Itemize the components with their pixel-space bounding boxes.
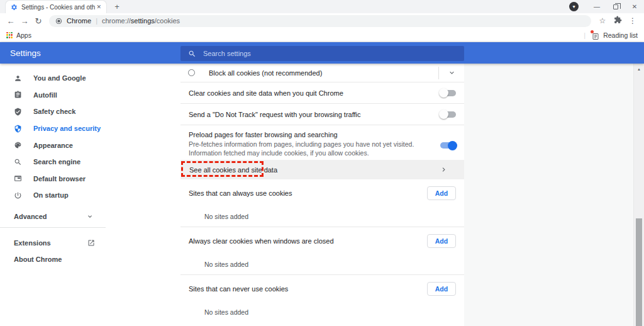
- back-icon[interactable]: ←: [4, 16, 18, 26]
- do-not-track-label: Send a "Do Not Track" request with your …: [189, 111, 440, 118]
- extensions-puzzle-icon[interactable]: [610, 16, 625, 26]
- window-controls: ♥ — ✕: [569, 0, 644, 13]
- site-settings-icon: [55, 18, 62, 25]
- profile-avatar[interactable]: ♥: [569, 2, 579, 11]
- sidebar-item-on-startup[interactable]: On startup: [0, 187, 164, 204]
- block-cookies-sites-label: Sites that can never use cookies: [189, 285, 427, 293]
- tab-close-icon[interactable]: ✕: [95, 4, 103, 10]
- clear-on-close-add-button[interactable]: Add: [427, 234, 456, 248]
- clear-cookies-on-quit-label: Clear cookies and site data when you qui…: [189, 89, 440, 97]
- toggle-knob: [439, 110, 448, 119]
- preload-pages-toggle[interactable]: [440, 142, 456, 149]
- reading-list-button[interactable]: Reading list: [603, 31, 638, 39]
- see-all-cookies-row[interactable]: See all cookies and site data: [180, 160, 464, 179]
- settings-body: You and Google Autofill Safety check Pri…: [0, 64, 644, 326]
- allow-cookies-empty-state: No sites added: [189, 207, 456, 220]
- open-in-new-icon: [87, 239, 95, 247]
- new-tab-button[interactable]: +: [112, 2, 122, 12]
- person-icon: [14, 74, 22, 82]
- sidebar-item-label: On startup: [33, 191, 69, 199]
- forward-icon[interactable]: →: [18, 16, 31, 26]
- bookmark-star-icon[interactable]: ☆: [595, 16, 610, 25]
- allow-cookies-label: Sites that can always use cookies: [189, 189, 427, 197]
- browser-window: Settings - Cookies and other site ✕ + ♥ …: [0, 0, 644, 326]
- sidebar-item-appearance[interactable]: Appearance: [0, 137, 164, 154]
- reload-icon[interactable]: ↻: [31, 16, 45, 26]
- bookmarks-bar-right: | Reading list: [584, 31, 638, 39]
- sidebar-divider: [0, 227, 106, 228]
- sidebar-item-label: You and Google: [33, 74, 86, 82]
- preload-pages-description: Pre-fetches information from pages, incl…: [189, 140, 431, 157]
- bookmarks-separator: |: [584, 31, 586, 39]
- scroll-up-icon[interactable]: ▲: [634, 64, 644, 71]
- about-label: About Chrome: [14, 256, 62, 263]
- block-cookies-add-button[interactable]: Add: [427, 282, 456, 296]
- allow-cookies-section: Sites that can always use cookies Add No…: [180, 179, 464, 227]
- url-separator: |: [96, 17, 97, 25]
- background-pane: [464, 64, 633, 326]
- url-path: /cookies: [155, 17, 180, 25]
- sidebar-item-label: Privacy and security: [33, 125, 101, 132]
- preload-pages-label: Preload pages for faster browsing and se…: [189, 131, 431, 138]
- url-host: settings: [131, 17, 155, 25]
- clipboard-icon: [14, 91, 22, 99]
- sidebar-item-label: Default browser: [33, 175, 86, 183]
- minimize-button[interactable]: —: [587, 0, 606, 13]
- toggle-knob: [448, 141, 457, 150]
- apps-grid-icon: [6, 32, 13, 38]
- search-icon: [14, 158, 22, 166]
- search-settings-input[interactable]: Search settings: [180, 46, 464, 61]
- tab-strip: Settings - Cookies and other site ✕ + ♥ …: [0, 0, 644, 13]
- sidebar-item-about-chrome[interactable]: About Chrome: [0, 251, 164, 267]
- sidebar-item-autofill[interactable]: Autofill: [0, 87, 164, 104]
- advanced-label: Advanced: [14, 213, 47, 220]
- sidebar-item-label: Autofill: [33, 91, 57, 99]
- clear-on-close-empty-state: No sites added: [189, 255, 456, 268]
- apps-shortcut[interactable]: Apps: [16, 31, 31, 39]
- reading-list-badge: [591, 30, 594, 33]
- maximize-button[interactable]: [606, 0, 625, 13]
- sidebar-item-default-browser[interactable]: Default browser: [0, 171, 164, 188]
- sidebar-item-privacy-and-security[interactable]: Privacy and security: [0, 120, 164, 137]
- chevron-down-icon: [86, 213, 94, 220]
- do-not-track-row: Send a "Do Not Track" request with your …: [180, 104, 464, 125]
- preload-pages-row: Preload pages for faster browsing and se…: [180, 125, 464, 160]
- browser-window-icon: [14, 174, 22, 183]
- toolbar-right: ☆ ⋮: [595, 16, 640, 26]
- sidebar-item-label: Appearance: [33, 142, 73, 149]
- chevron-down-icon: [448, 69, 456, 77]
- cookies-settings-card: Block all cookies (not recommended) Clea…: [180, 64, 464, 326]
- search-placeholder: Search settings: [203, 50, 251, 57]
- clear-on-close-section: Always clear cookies when windows are cl…: [180, 227, 464, 275]
- url-scheme: chrome://: [102, 17, 131, 25]
- block-all-cookies-row[interactable]: Block all cookies (not recommended): [180, 64, 464, 82]
- tab-title: Settings - Cookies and other site: [21, 4, 95, 11]
- scrollbar-thumb[interactable]: [636, 218, 642, 326]
- close-button[interactable]: ✕: [625, 0, 644, 13]
- clear-cookies-on-quit-row: Clear cookies and site data when you qui…: [180, 82, 464, 104]
- sidebar-item-search-engine[interactable]: Search engine: [0, 154, 164, 171]
- extensions-label: Extensions: [14, 239, 51, 247]
- sidebar-item-safety-check[interactable]: Safety check: [0, 103, 164, 120]
- open-subpage-button[interactable]: [431, 166, 456, 174]
- sidebar-item-you-and-google[interactable]: You and Google: [0, 70, 164, 87]
- clear-cookies-toggle[interactable]: [440, 90, 456, 96]
- vertical-scrollbar[interactable]: ▲: [633, 64, 644, 326]
- menu-dots-icon[interactable]: ⋮: [625, 16, 640, 25]
- sidebar-advanced-toggle[interactable]: Advanced: [0, 208, 164, 225]
- do-not-track-toggle[interactable]: [440, 111, 456, 118]
- toggle-knob: [439, 88, 448, 98]
- highlight-annotation: [181, 161, 264, 177]
- allow-cookies-add-button[interactable]: Add: [427, 186, 456, 200]
- block-cookies-section: Sites that can never use cookies Add No …: [180, 275, 464, 326]
- expand-row-button[interactable]: [439, 69, 464, 77]
- url-site-name: Chrome: [67, 17, 91, 25]
- settings-header: Settings Search settings: [0, 42, 644, 64]
- palette-icon: [14, 141, 22, 149]
- block-cookies-empty-state: No sites added: [189, 303, 456, 316]
- reading-list-icon: [592, 31, 599, 39]
- tab-settings[interactable]: Settings - Cookies and other site ✕: [5, 0, 107, 13]
- address-bar[interactable]: Chrome | chrome://settings/cookies: [49, 15, 591, 27]
- sidebar-item-extensions[interactable]: Extensions: [0, 235, 164, 251]
- radio-button-icon[interactable]: [188, 69, 195, 76]
